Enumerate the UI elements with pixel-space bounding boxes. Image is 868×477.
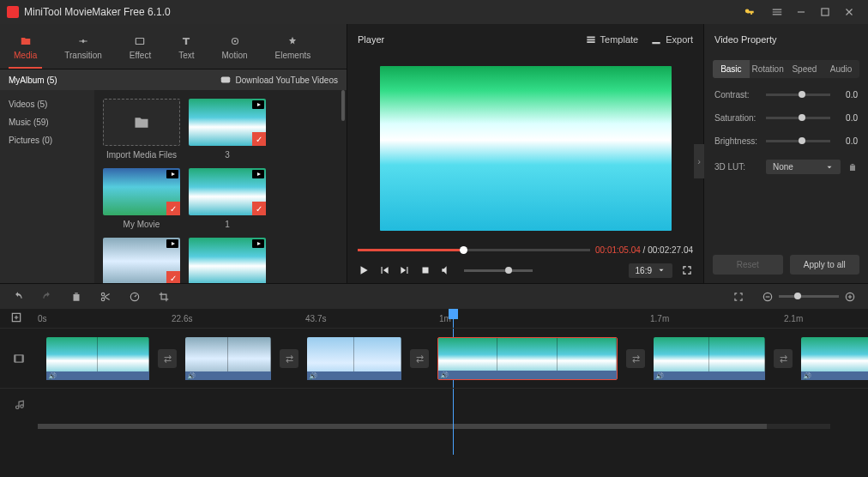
app-title: MiniTool MovieMaker Free 6.1.0 xyxy=(24,6,738,18)
template-button[interactable]: Template xyxy=(585,33,639,45)
contrast-label: Contrast: xyxy=(714,90,759,100)
cat-pictures[interactable]: Pictures (0) xyxy=(0,131,94,149)
fullscreen-button[interactable] xyxy=(681,264,693,276)
template-icon xyxy=(585,33,597,45)
transition-slot[interactable]: ⇄ xyxy=(158,349,177,368)
menu-icon[interactable] xyxy=(765,0,789,24)
titlebar: MiniTool MovieMaker Free 6.1.0 xyxy=(0,0,868,24)
timeline-clip[interactable]: 🔊 xyxy=(307,337,401,380)
download-youtube-button[interactable]: Download YouTube Videos xyxy=(220,74,338,86)
tab-effect[interactable]: Effect xyxy=(124,31,156,69)
svg-rect-5 xyxy=(221,77,231,83)
tab-elements[interactable]: Elements xyxy=(270,31,316,69)
transition-slot[interactable]: ⇄ xyxy=(280,349,298,368)
prev-button[interactable] xyxy=(378,264,390,276)
music-track-icon xyxy=(0,400,38,412)
timeline: 0s 22.6s 43.7s 1m 1.7m 2.1m ✂ 🔊 ⇄ 🔊 ⇄ 🔊 … xyxy=(0,309,868,477)
saturation-label: Saturation: xyxy=(714,113,759,123)
tab-transition[interactable]: Transition xyxy=(59,31,107,69)
key-icon[interactable] xyxy=(738,0,762,24)
tab-motion[interactable]: Motion xyxy=(217,31,253,69)
timeline-ruler[interactable]: 0s 22.6s 43.7s 1m 1.7m 2.1m ✂ xyxy=(0,309,868,328)
timeline-clip[interactable]: 🔊 xyxy=(654,337,765,380)
ptab-rotation[interactable]: Rotation xyxy=(750,60,787,78)
undo-button[interactable] xyxy=(12,291,24,303)
player-title: Player xyxy=(358,34,573,45)
timeline-clip[interactable]: 🔊 xyxy=(185,337,271,380)
speaker-icon: 🔊 xyxy=(655,371,666,380)
saturation-slider[interactable] xyxy=(766,117,830,119)
speed-button[interactable] xyxy=(129,291,141,303)
close-button[interactable] xyxy=(837,0,861,24)
import-media-tile[interactable]: Import Media Files xyxy=(103,99,180,160)
property-tabs: Basic Rotation Speed Audio xyxy=(713,60,859,78)
video-track-icon xyxy=(0,353,38,365)
timeline-scrollbar[interactable] xyxy=(38,424,830,429)
chevron-down-icon xyxy=(657,266,666,275)
album-label[interactable]: MyAlbum (5) xyxy=(9,75,220,85)
preview-frame[interactable] xyxy=(380,66,672,231)
svg-rect-13 xyxy=(22,354,24,361)
transition-slot[interactable]: ⇄ xyxy=(626,349,645,368)
media-thumb[interactable]: ✓1 xyxy=(189,168,266,229)
ptab-basic[interactable]: Basic xyxy=(713,60,750,78)
media-thumb[interactable]: ✓My Movie xyxy=(103,168,180,229)
volume-slider[interactable] xyxy=(464,269,533,272)
redo-button[interactable] xyxy=(41,291,53,303)
video-badge-icon xyxy=(252,100,264,109)
audio-track xyxy=(0,388,868,422)
timeline-clip-selected[interactable]: 🔊 xyxy=(437,337,618,380)
playback-slider[interactable] xyxy=(358,249,590,251)
media-thumb[interactable]: ✓3 xyxy=(189,99,266,160)
stop-button[interactable] xyxy=(419,264,431,276)
category-list: Videos (5) Music (59) Pictures (0) xyxy=(0,90,94,283)
apply-all-button[interactable]: Apply to all xyxy=(790,255,860,275)
minimize-button[interactable] xyxy=(789,0,813,24)
next-button[interactable] xyxy=(399,264,411,276)
svg-rect-12 xyxy=(15,354,16,361)
motion-icon xyxy=(227,34,243,48)
elements-icon xyxy=(285,34,300,48)
ptab-speed[interactable]: Speed xyxy=(787,60,823,78)
timeline-clip[interactable]: 🔊 xyxy=(46,337,149,380)
aspect-ratio-select[interactable]: 16:9 xyxy=(629,263,672,278)
ruler-tick: 1.7m xyxy=(650,314,669,323)
expand-panel-button[interactable]: › xyxy=(694,144,704,178)
contrast-slider[interactable] xyxy=(766,94,830,96)
ptab-audio[interactable]: Audio xyxy=(823,60,859,78)
export-button[interactable]: Export xyxy=(650,33,693,45)
split-button[interactable] xyxy=(99,291,112,303)
crop-button[interactable] xyxy=(158,291,170,303)
add-track-button[interactable] xyxy=(10,311,24,325)
volume-icon[interactable] xyxy=(440,264,452,276)
cat-videos[interactable]: Videos (5) xyxy=(0,95,94,113)
fit-button[interactable] xyxy=(732,291,744,303)
video-badge-icon xyxy=(252,170,264,178)
tab-media[interactable]: Media xyxy=(9,31,42,69)
media-thumb[interactable]: ✓ xyxy=(103,238,180,283)
play-button[interactable] xyxy=(358,264,370,276)
lut-select[interactable]: None xyxy=(766,160,841,174)
grid-scrollbar[interactable] xyxy=(341,90,345,121)
youtube-icon xyxy=(220,74,232,86)
reset-button[interactable]: Reset xyxy=(713,255,783,275)
maximize-button[interactable] xyxy=(813,0,837,24)
tab-text[interactable]: Text xyxy=(173,31,199,69)
svg-rect-2 xyxy=(136,39,144,45)
transition-slot[interactable]: ⇄ xyxy=(774,349,793,368)
cat-music[interactable]: Music (59) xyxy=(0,113,94,131)
zoom-in-button[interactable] xyxy=(844,291,856,303)
delete-button[interactable] xyxy=(70,291,82,303)
media-thumb[interactable] xyxy=(189,238,266,283)
transition-slot[interactable]: ⇄ xyxy=(410,349,429,368)
audio-track-area[interactable] xyxy=(38,389,868,422)
svg-point-4 xyxy=(233,40,235,42)
timeline-clip[interactable]: 🔊 xyxy=(801,337,868,380)
zoom-slider[interactable] xyxy=(779,295,839,298)
video-badge-icon xyxy=(166,239,178,248)
trash-icon[interactable] xyxy=(847,162,858,172)
properties-panel: › Video Property Basic Rotation Speed Au… xyxy=(703,24,868,283)
brightness-slider[interactable] xyxy=(766,140,830,142)
video-badge-icon xyxy=(166,170,178,178)
zoom-out-button[interactable] xyxy=(762,291,774,303)
